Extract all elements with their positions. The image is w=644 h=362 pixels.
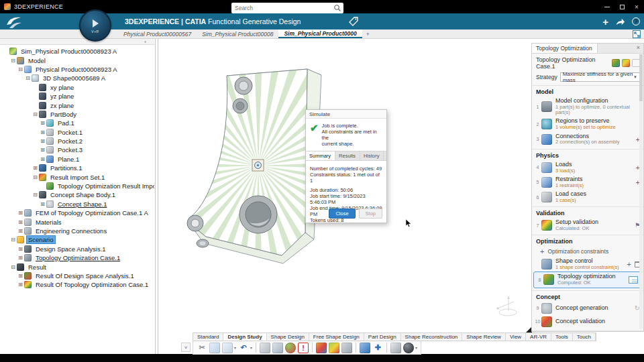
dropdown-caret-icon[interactable]: ▾ — [250, 345, 252, 350]
panel-close-icon[interactable]: × — [633, 44, 643, 53]
minimize-button[interactable] — [600, 0, 614, 13]
tree-item-label[interactable]: Plane.1 — [56, 156, 80, 163]
tree-expander-icon[interactable]: ⊞ — [17, 218, 23, 227]
cut-icon[interactable]: ✂ — [197, 343, 207, 353]
tree-item-label[interactable]: Result Of Topology Optimization Case.1 — [34, 281, 150, 288]
tree-item-label[interactable]: FEM of Topology Optimization Case.1 A — [34, 209, 150, 217]
tree-expander-icon[interactable]: ⊟ — [32, 110, 38, 119]
tree-row[interactable]: ⊞FEM of Topology Optimization Case.1 A — [1, 208, 154, 217]
tree-item-label[interactable]: Concept Shape.1 — [56, 200, 108, 208]
share-icon[interactable] — [615, 17, 625, 26]
tree-row[interactable]: ⊟Scenario — [1, 235, 154, 244]
tree-expander-icon[interactable]: ⊞ — [40, 137, 46, 145]
tree-item-label[interactable]: Result — [27, 263, 48, 271]
tree-expander-icon[interactable]: ⊟ — [10, 263, 16, 272]
simulate-tab-results[interactable]: Results — [335, 152, 360, 160]
maximize-button[interactable] — [614, 0, 629, 13]
tree-row[interactable]: ⊟Physical Product00008923 A — [1, 65, 154, 74]
import-result-icon[interactable] — [272, 343, 283, 353]
strategy-dropdown[interactable]: Maximize stiffness for a given mass ▼ — [560, 72, 640, 82]
close-button[interactable]: × — [629, 0, 644, 13]
robot-axis-indicator[interactable] — [494, 295, 522, 322]
tree-row[interactable]: ⊟3D Shape00005689 A — [1, 74, 154, 82]
tree-row[interactable]: ⊞Design Space Analysis.1 — [1, 245, 154, 253]
help-icon[interactable]: ? — [632, 17, 640, 25]
search-icon[interactable] — [333, 4, 341, 12]
workbench-tab-touch[interactable]: Touch — [573, 333, 596, 341]
paste-icon[interactable] — [222, 343, 233, 353]
workbench-tab-part-design[interactable]: Part Design — [364, 333, 401, 341]
view-sphere-icon[interactable] — [403, 343, 414, 353]
tree-expander-icon[interactable]: ⊞ — [40, 155, 46, 164]
tree-item-label[interactable]: yz plane — [49, 93, 75, 100]
optimization-display-icon[interactable] — [612, 59, 620, 67]
simulate-dialog[interactable]: Simulate ✔ Job is complete.All constrain… — [305, 109, 387, 223]
tree-expander-icon[interactable]: ⊟ — [10, 235, 16, 244]
simulate-tab-summary[interactable]: Summary — [306, 152, 335, 160]
workbench-tab-design-study[interactable]: Design Study — [223, 333, 266, 341]
move-cross-icon[interactable]: ✚ — [372, 343, 383, 353]
result-display-icon[interactable] — [622, 59, 630, 67]
tree-expander-icon[interactable]: ⊞ — [40, 128, 46, 137]
tree-expander-icon[interactable]: ⊟ — [32, 173, 38, 182]
iso-cube-icon[interactable] — [390, 343, 401, 353]
tree-row[interactable]: Sim_Physical Product00008923 A — [1, 47, 154, 56]
collapse-tree-icon[interactable]: ‹ — [144, 39, 146, 45]
workbench-tab-shape-review[interactable]: Shape Review — [462, 333, 506, 341]
tree-row[interactable]: ⊞Pocket.3 — [1, 145, 154, 154]
warning-icon[interactable]: ! — [298, 343, 309, 353]
optimize-gem-icon[interactable] — [316, 343, 327, 353]
tree-item-label[interactable]: Scenario — [27, 236, 55, 243]
panel-scrollbar[interactable] — [639, 54, 643, 329]
tree-item-label[interactable]: Engineering Connections — [34, 227, 108, 235]
doc-tab[interactable]: Sim_Physical Product00008 — [197, 29, 278, 38]
step-topology-optimization[interactable]: 8Topology optimizationComputed: OK — [533, 272, 642, 288]
tree-expander-icon[interactable]: ⊟ — [17, 65, 23, 74]
tree-row[interactable]: ⊞Topology Optimization Case.1 — [1, 253, 154, 262]
tree-item-label[interactable]: Topology Optimization Result Import.1 — [56, 182, 154, 190]
step-loads[interactable]: 4Loads3 load(s)+ — [532, 160, 643, 175]
tree-item-label[interactable]: Concept Shape Body.1 — [49, 191, 117, 198]
simulate-dialog-title[interactable]: Simulate — [306, 110, 386, 119]
doc-tab[interactable]: Sim_Physical Product0000 — [278, 29, 362, 38]
step-model-configuration[interactable]: 1Model configuration1 part(s) to optimiz… — [532, 97, 643, 117]
step-setup-validation[interactable]: 7Setup validationCalculated: OK⚑ — [532, 218, 643, 233]
plus-icon[interactable]: + — [540, 248, 544, 255]
tree-row[interactable]: ⊞Concept Shape.1 — [1, 200, 154, 208]
stop-button[interactable]: Stop — [359, 208, 382, 219]
tree-expander-icon[interactable]: ⊞ — [17, 227, 23, 235]
step-regions-to-preserve[interactable]: 2Regions to preserve1 volume(s) set to o… — [532, 117, 643, 131]
tree-item-label[interactable]: Pad.1 — [56, 119, 76, 127]
tree-row[interactable]: ⊞Materials — [1, 217, 154, 226]
workbench-tab-standard[interactable]: Standard — [193, 333, 223, 341]
toolbar-collapse-icon[interactable]: ˅ — [181, 343, 191, 352]
tree-row[interactable]: ⊟Result — [1, 262, 154, 271]
report-dialog-icon[interactable] — [629, 276, 638, 284]
workbench-tab-ar-vr[interactable]: AR-VR — [526, 333, 551, 341]
tree-row[interactable]: ⊞Pocket.1 — [1, 128, 154, 137]
step-concept-generation[interactable]: 9Concept generation↻ — [532, 302, 643, 315]
tree-row[interactable]: ⊞Engineering Connections — [1, 227, 154, 235]
step-load-cases[interactable]: 6Load cases1 case(s) — [532, 190, 643, 204]
mesh-smooth-icon[interactable] — [341, 343, 352, 353]
doc-tab[interactable]: Physical Product00000567 — [118, 29, 197, 38]
workbench-tab-tools[interactable]: Tools — [551, 333, 573, 341]
workbench-tab-shape-reconstruction[interactable]: Shape Reconstruction — [401, 333, 463, 341]
step-restraints[interactable]: 5Restraints1 restraint(s)+ — [532, 175, 643, 190]
tree-row[interactable]: ⊞Partitions.1 — [1, 164, 154, 172]
workbench-tab-shape-design[interactable]: Shape Design — [267, 333, 309, 341]
3d-compass[interactable]: V+R — [79, 9, 111, 42]
global-search[interactable] — [231, 3, 343, 13]
tree-row[interactable]: zx plane — [1, 101, 154, 109]
tree-expander-icon[interactable]: ⊞ — [17, 208, 23, 217]
tree-expander-icon[interactable]: ⊞ — [32, 164, 38, 172]
dropdown-caret-icon[interactable]: ▾ — [234, 345, 236, 350]
3d-viewport[interactable]: Simulate ✔ Job is complete.All constrain… — [158, 39, 531, 354]
tree-expander-icon[interactable]: ⊞ — [40, 200, 46, 208]
tree-row[interactable]: ⊞Pocket.2 — [1, 137, 154, 145]
optimized-shape-icon[interactable] — [329, 343, 339, 353]
tree-row[interactable]: ⊟Concept Shape Body.1 — [1, 190, 154, 199]
tree-row[interactable]: ⊟Result Import Set.1 — [1, 172, 154, 181]
tree-row[interactable]: ⊞Pad.1 — [1, 119, 154, 127]
step-connections[interactable]: 3Connections2 connection(s) on assembly+ — [532, 132, 643, 147]
